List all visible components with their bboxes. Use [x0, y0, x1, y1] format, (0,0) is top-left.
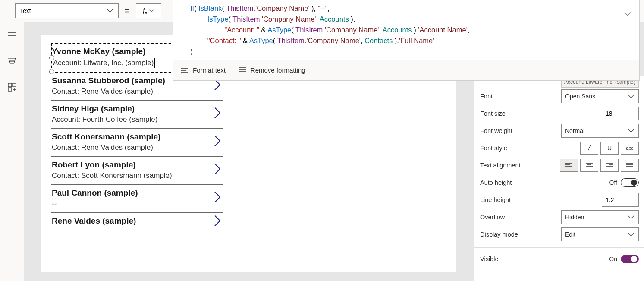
format-icon — [181, 67, 188, 73]
displaymode-value: Edit — [565, 231, 575, 238]
gallery-item[interactable]: Scott Konersmann (sample) Contact: Rene … — [51, 129, 223, 157]
svg-rect-0 — [8, 83, 12, 87]
gallery-item-title: Robert Lyon (sample) — [52, 160, 223, 170]
gallery-item[interactable]: Paul Cannon (sample) -- — [51, 185, 223, 213]
font-select[interactable]: Open Sans — [561, 89, 639, 103]
chevron-right-icon[interactable] — [214, 215, 221, 230]
chevron-right-icon[interactable] — [214, 135, 221, 150]
font-value: Open Sans — [565, 93, 595, 100]
svg-rect-2 — [8, 88, 12, 91]
gallery-item-title: Paul Cannon (sample) — [52, 188, 223, 198]
chevron-down-icon — [149, 8, 154, 13]
prop-align-label: Text alignment — [480, 162, 560, 169]
align-left-button[interactable] — [560, 159, 578, 172]
tree-view-icon[interactable] — [8, 57, 16, 66]
prop-visible-label: Visible — [480, 256, 609, 262]
formula-expand-toggle[interactable] — [624, 10, 631, 19]
gallery-item[interactable]: Sidney Higa (sample) Account: Fourth Cof… — [51, 101, 223, 129]
visible-value: On — [609, 256, 617, 262]
prop-autoheight-label: Auto height — [480, 179, 609, 186]
chevron-down-icon — [106, 7, 114, 15]
fontstyle-group: / U abc — [580, 142, 639, 155]
gallery-item-subtitle: Contact: Rene Valdes (sample) — [52, 87, 223, 96]
left-nav-rail — [0, 22, 24, 281]
prop-displaymode-label: Display mode — [480, 231, 561, 238]
gallery-item-title: Rene Valdes (sample) — [52, 216, 223, 226]
chevron-right-icon[interactable] — [214, 107, 221, 122]
formula-code[interactable]: If( IsBlank( ThisItem.'Company Name' ), … — [173, 0, 639, 60]
overflow-value: Hidden — [565, 214, 584, 221]
align-right-button[interactable] — [600, 159, 619, 172]
insert-icon[interactable] — [8, 83, 16, 92]
gallery-item-subtitle: Account: Fourth Coffee (sample) — [52, 115, 223, 124]
prop-fontsize-label: Font size — [480, 110, 602, 117]
chevron-down-icon — [627, 92, 635, 100]
fontsize-input[interactable] — [602, 107, 639, 120]
property-select[interactable]: Text — [15, 3, 119, 18]
displaymode-select[interactable]: Edit — [561, 227, 639, 241]
gallery-item[interactable]: Robert Lyon (sample) Contact: Scott Kone… — [51, 157, 223, 185]
gallery-item[interactable]: Rene Valdes (sample) — [51, 213, 223, 232]
align-group — [560, 159, 639, 172]
gallery-item-subtitle: Contact: Rene Valdes (sample) — [52, 143, 223, 152]
lineheight-input[interactable] — [602, 193, 639, 207]
visible-toggle[interactable] — [621, 255, 639, 263]
autoheight-value: Off — [609, 179, 617, 186]
property-select-value: Text — [20, 7, 31, 14]
gallery-item-title: Scott Konersmann (sample) — [52, 132, 223, 142]
prop-fontweight-label: Font weight — [480, 127, 561, 134]
prop-overflow-label: Overflow — [480, 214, 561, 221]
align-center-button[interactable] — [580, 159, 598, 172]
chevron-right-icon[interactable] — [214, 191, 221, 206]
fontweight-select[interactable]: Normal — [561, 124, 639, 138]
align-justify-button[interactable] — [621, 159, 639, 172]
resize-handle[interactable] — [49, 55, 54, 60]
fx-icon: fx — [143, 7, 147, 15]
prop-fontstyle-label: Font style — [480, 145, 580, 152]
strikethrough-button[interactable]: abc — [621, 142, 639, 155]
prop-font-label: Font — [480, 93, 561, 100]
gallery-item-title: Sidney Higa (sample) — [52, 104, 223, 114]
chevron-down-icon — [627, 230, 635, 238]
chevron-right-icon[interactable] — [214, 163, 221, 178]
overflow-select[interactable]: Hidden — [561, 210, 639, 224]
gallery-item-subtitle: Contact: Scott Konersmann (sample) — [52, 171, 223, 180]
format-text-label: Format text — [193, 66, 226, 74]
fx-button[interactable]: fx — [136, 3, 161, 18]
remove-format-icon — [239, 67, 246, 73]
chevron-down-icon — [627, 213, 635, 221]
formula-toolbar: Format text Remove formatting — [173, 60, 639, 80]
format-text-button[interactable]: Format text — [181, 66, 226, 74]
gallery-item-subtitle: -- — [52, 199, 223, 208]
divider — [474, 247, 644, 248]
hamburger-icon[interactable] — [8, 31, 16, 40]
prop-lineheight-label: Line height — [480, 196, 602, 203]
chevron-right-icon[interactable] — [214, 79, 221, 94]
formula-editor[interactable]: If( IsBlank( ThisItem.'Company Name' ), … — [173, 0, 640, 81]
properties-panel: Text Account: Litware, Inc. (sample) Fon… — [474, 76, 644, 281]
equals-sign: = — [125, 6, 130, 16]
svg-rect-1 — [13, 83, 16, 87]
italic-button[interactable]: / — [580, 142, 598, 155]
remove-formatting-button[interactable]: Remove formatting — [239, 66, 305, 74]
fontweight-value: Normal — [565, 127, 584, 134]
subtitle-label-selected[interactable]: Account: Litware, Inc. (sample) — [52, 58, 155, 68]
underline-button[interactable]: U — [600, 142, 619, 155]
chevron-down-icon — [627, 127, 635, 135]
remove-formatting-label: Remove formatting — [251, 66, 305, 74]
autoheight-toggle[interactable] — [621, 178, 639, 187]
